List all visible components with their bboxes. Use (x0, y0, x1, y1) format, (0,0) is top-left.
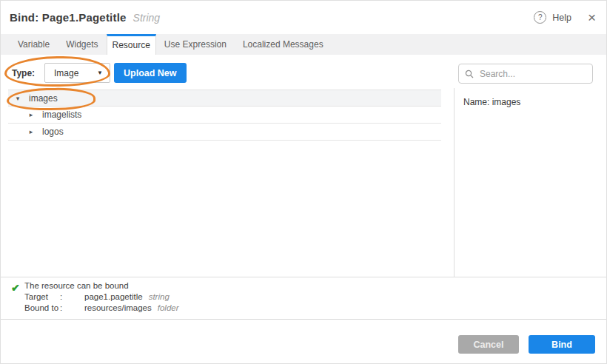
success-check-icon: ✔ (11, 282, 20, 294)
tree-item-label: imagelists (42, 109, 81, 120)
bound-to-value: resources/images (84, 303, 152, 314)
caret-right-icon[interactable]: ▸ (26, 111, 36, 118)
tab-bar: Variable Widgets Resource Use Expression… (1, 34, 606, 55)
status-row-target: Target : page1.pagetitle string (24, 291, 179, 303)
panel-divider (454, 88, 455, 277)
tab-variable[interactable]: Variable (10, 34, 58, 55)
tree-item-label: logos (42, 127, 64, 137)
dialog-type-badge: String (133, 12, 161, 24)
search-box[interactable] (458, 64, 593, 84)
tree-item-label: images (29, 93, 58, 104)
target-value: page1.pagetitle (84, 291, 143, 303)
help-icon[interactable]: ? (534, 11, 546, 24)
tree-item-logos[interactable]: ▸ logos (8, 124, 441, 141)
tree-item-images[interactable]: ▾ images (8, 90, 441, 107)
type-label: Type: (12, 68, 35, 78)
content-separator (1, 277, 606, 277)
tab-resource[interactable]: Resource (107, 34, 156, 55)
bind-dialog: Bind: Page1.Pagetitle String ? Help × Va… (0, 0, 607, 364)
selected-resource-name: Name: images (463, 97, 520, 107)
tab-use-expression[interactable]: Use Expression (156, 34, 235, 55)
chevron-down-icon: ▼ (97, 70, 103, 76)
bound-to-type: folder (158, 303, 179, 314)
cancel-button[interactable]: Cancel (458, 335, 519, 354)
caret-right-icon[interactable]: ▸ (26, 128, 36, 135)
tab-localized-messages[interactable]: Localized Messages (235, 34, 332, 55)
tree-item-imagelists[interactable]: ▸ imagelists (8, 107, 441, 124)
tab-widgets[interactable]: Widgets (58, 34, 106, 55)
bind-button[interactable]: Bind (529, 335, 595, 354)
status-row-bound-to: Bound to : resources/images folder (24, 303, 179, 314)
search-icon (465, 70, 474, 78)
dialog-title: Bind: Page1.Pagetitle (10, 11, 127, 24)
target-type: string (149, 291, 170, 303)
bind-status: The resource can be bound Target : page1… (24, 280, 179, 314)
type-select[interactable]: Image ▼ (44, 63, 110, 83)
type-select-value: Image (54, 68, 78, 78)
caret-down-icon[interactable]: ▾ (13, 95, 23, 102)
dialog-header: Bind: Page1.Pagetitle String ? Help × (1, 1, 606, 34)
search-input[interactable] (478, 68, 586, 80)
status-message: The resource can be bound (24, 280, 179, 291)
footer-separator (1, 319, 606, 320)
close-icon[interactable]: × (588, 10, 596, 24)
help-link[interactable]: Help (552, 13, 571, 23)
upload-new-button[interactable]: Upload New (114, 63, 187, 83)
resource-tree: ▾ images ▸ imagelists ▸ logos (8, 90, 441, 141)
header-actions: ? Help × (534, 10, 596, 24)
